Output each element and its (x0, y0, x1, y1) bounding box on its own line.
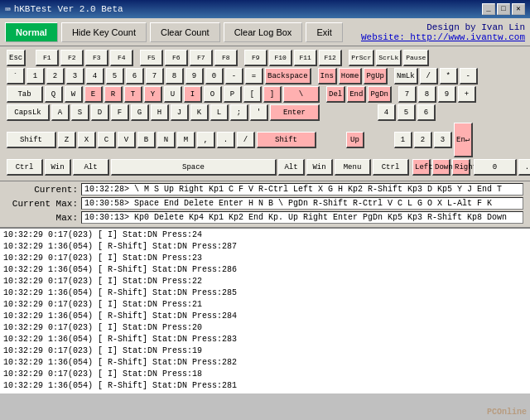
key-9[interactable]: 9 (186, 68, 204, 84)
key-backslash[interactable]: \ (283, 86, 320, 103)
key-lwin[interactable]: Win (45, 159, 71, 176)
close-button[interactable]: ✕ (512, 3, 525, 15)
key-left[interactable]: Left (412, 159, 431, 176)
key-pgdn[interactable]: PgDn (368, 86, 392, 103)
key-kp3[interactable]: 3 (434, 132, 452, 148)
key-s[interactable]: S (71, 104, 89, 121)
key-comma[interactable]: , (197, 132, 215, 148)
key-home[interactable]: Home (339, 68, 363, 84)
key-kp-enter[interactable]: En↵ (454, 123, 473, 157)
key-z[interactable]: Z (58, 132, 76, 148)
key-kp0[interactable]: 0 (474, 159, 517, 176)
key-e[interactable]: E (84, 86, 103, 103)
key-del[interactable]: Del (326, 86, 345, 103)
key-kp4[interactable]: 4 (378, 104, 396, 121)
key-6[interactable]: 6 (126, 68, 144, 84)
key-b[interactable]: B (137, 132, 156, 148)
maximize-button[interactable]: □ (497, 3, 510, 15)
key-5[interactable]: 5 (106, 68, 124, 84)
key-x[interactable]: X (78, 132, 96, 148)
key-f8[interactable]: F8 (214, 50, 238, 66)
key-right[interactable]: Right (452, 159, 470, 176)
key-8[interactable]: 8 (166, 68, 184, 84)
key-rshift[interactable]: Shift (257, 132, 316, 148)
window-controls[interactable]: _ □ ✕ (482, 3, 525, 15)
key-numlk[interactable]: NmLk (394, 68, 418, 84)
key-t[interactable]: T (124, 86, 142, 103)
key-v[interactable]: V (118, 132, 136, 148)
key-f10[interactable]: F10 (269, 50, 292, 66)
key-capslock[interactable]: CapsLk (7, 104, 50, 121)
key-down[interactable]: Down (432, 159, 450, 176)
key-h[interactable]: H (151, 104, 169, 121)
key-o[interactable]: O (204, 86, 222, 103)
key-kp1[interactable]: 1 (394, 132, 412, 148)
key-kp-minus[interactable]: - (460, 68, 478, 84)
key-minus[interactable]: - (225, 68, 243, 84)
key-w[interactable]: W (65, 86, 83, 103)
clear-log-box-button[interactable]: Clear Log Box (224, 22, 303, 42)
key-ralt[interactable]: Alt (278, 159, 305, 176)
key-q[interactable]: Q (45, 86, 63, 103)
key-m[interactable]: M (177, 132, 195, 148)
key-kp8[interactable]: 8 (418, 86, 436, 103)
key-slash[interactable]: / (237, 132, 255, 148)
log-area[interactable]: 10:32:29 0:17(023) [ I] Stat:DN Press:25… (0, 228, 530, 393)
clear-count-button[interactable]: Clear Count (150, 22, 220, 42)
key-scrlk[interactable]: ScrLk (376, 50, 402, 66)
key-quote[interactable]: ' (250, 104, 268, 121)
key-kp-plus[interactable]: + (458, 86, 476, 103)
key-1[interactable]: 1 (26, 68, 45, 84)
key-2[interactable]: 2 (46, 68, 65, 84)
key-k[interactable]: K (190, 104, 209, 121)
key-f1[interactable]: F1 (36, 50, 59, 66)
key-d[interactable]: D (91, 104, 109, 121)
minimize-button[interactable]: _ (482, 3, 495, 15)
key-backspace[interactable]: Backspace (265, 68, 311, 84)
key-y[interactable]: Y (144, 86, 162, 103)
key-prscr[interactable]: PrScr (349, 50, 374, 66)
key-menu[interactable]: Menu (335, 159, 371, 176)
key-r[interactable]: R (104, 86, 123, 103)
key-f12[interactable]: F12 (319, 50, 342, 66)
key-f3[interactable]: F3 (85, 50, 108, 66)
key-0[interactable]: 0 (205, 68, 224, 84)
key-pgup[interactable]: PgUp (364, 68, 388, 84)
key-l[interactable]: L (210, 104, 229, 121)
key-rwin[interactable]: Win (306, 159, 333, 176)
key-f7[interactable]: F7 (190, 50, 213, 66)
key-u[interactable]: U (164, 86, 182, 103)
key-semicolon[interactable]: ; (230, 104, 248, 121)
key-f9[interactable]: F9 (244, 50, 267, 66)
key-enter[interactable]: Enter (270, 104, 320, 121)
key-f11[interactable]: F11 (294, 50, 317, 66)
key-kp-mul[interactable]: * (440, 68, 458, 84)
key-c[interactable]: C (98, 132, 116, 148)
key-j[interactable]: J (171, 104, 189, 121)
key-n[interactable]: N (157, 132, 176, 148)
key-3[interactable]: 3 (66, 68, 84, 84)
key-backtick[interactable]: ` (7, 68, 25, 84)
key-kp2[interactable]: 2 (414, 132, 432, 148)
key-a[interactable]: A (51, 104, 70, 121)
exit-button[interactable]: Exit (306, 22, 342, 42)
key-end[interactable]: End (347, 86, 366, 103)
key-kp-div[interactable]: / (420, 68, 438, 84)
key-ins[interactable]: Ins (318, 68, 337, 84)
key-7[interactable]: 7 (146, 68, 164, 84)
key-kp7[interactable]: 7 (398, 86, 417, 103)
key-kp5[interactable]: 5 (398, 104, 416, 121)
key-rctrl[interactable]: Ctrl (373, 159, 409, 176)
key-tab[interactable]: Tab (7, 86, 43, 103)
key-g[interactable]: G (131, 104, 149, 121)
key-pause[interactable]: Pause (403, 50, 429, 66)
key-4[interactable]: 4 (86, 68, 104, 84)
hide-key-count-button[interactable]: Hide Key Count (61, 22, 147, 42)
key-rbracket[interactable]: ] (263, 86, 282, 103)
normal-button[interactable]: Normal (5, 22, 58, 42)
key-i[interactable]: I (184, 86, 202, 103)
key-p[interactable]: P (224, 86, 242, 103)
key-space[interactable]: Space (111, 159, 277, 176)
key-equals[interactable]: = (245, 68, 263, 84)
key-f[interactable]: F (111, 104, 129, 121)
